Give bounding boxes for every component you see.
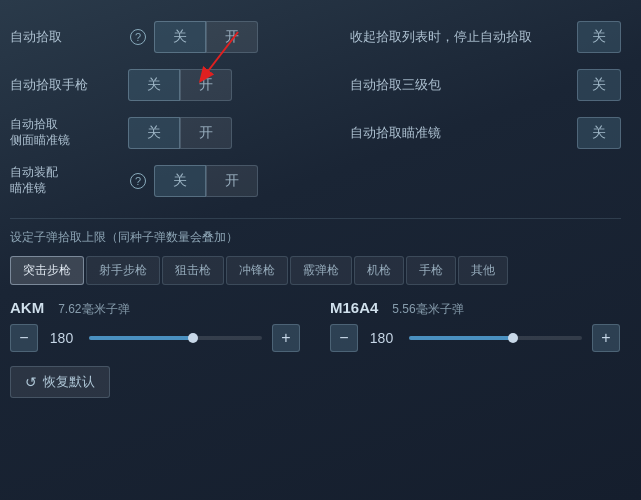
tab-assault[interactable]: 突击步枪 <box>10 256 84 285</box>
auto-pickup-off-btn[interactable]: 关 <box>154 21 206 53</box>
tab-shotgun[interactable]: 霰弹枪 <box>290 256 352 285</box>
ammo-item-akm: AKM 7.62毫米子弹 − 180 + <box>10 299 300 352</box>
akm-value: 180 <box>44 330 79 346</box>
akm-slider[interactable] <box>89 336 262 340</box>
auto-pickup-help-icon[interactable]: ? <box>130 29 146 45</box>
auto-equip-scope-on-btn[interactable]: 开 <box>206 165 258 197</box>
akm-name-row: AKM 7.62毫米子弹 <box>10 299 300 318</box>
auto-equip-scope-label: 自动装配瞄准镜 <box>10 165 120 196</box>
m16a4-control-row: − 180 + <box>330 324 620 352</box>
ammo-rows: AKM 7.62毫米子弹 − 180 + M16A4 5.56毫米子弹 − <box>10 299 621 352</box>
settings-top: 自动拾取 ? 关 开 自动拾取手枪 关 开 自动拾取侧面瞄准镜 关 <box>10 18 621 200</box>
akm-slider-fill <box>89 336 193 340</box>
stop-auto-pickup-toggle[interactable]: 关 <box>577 21 621 53</box>
stop-auto-pickup-row: 收起拾取列表时，停止自动拾取 关 <box>350 18 621 56</box>
auto-pickup-row: 自动拾取 ? 关 开 <box>10 18 330 56</box>
tab-smg[interactable]: 冲锋枪 <box>226 256 288 285</box>
weapon-tabs: 突击步枪 射手步枪 狙击枪 冲锋枪 霰弹枪 机枪 手枪 其他 <box>10 256 621 285</box>
m16a4-slider-fill <box>409 336 513 340</box>
auto-pickup-level3-toggle[interactable]: 关 <box>577 69 621 101</box>
auto-pickup-side-scope-label: 自动拾取侧面瞄准镜 <box>10 117 120 148</box>
tab-lmg[interactable]: 机枪 <box>354 256 404 285</box>
akm-slider-thumb <box>188 333 198 343</box>
auto-pickup-level3-row: 自动拾取三级包 关 <box>350 66 621 104</box>
auto-equip-scope-off-btn[interactable]: 关 <box>154 165 206 197</box>
auto-pickup-scope-right-row: 自动拾取瞄准镜 关 <box>350 114 621 152</box>
stop-auto-pickup-label: 收起拾取列表时，停止自动拾取 <box>350 28 567 46</box>
akm-name: AKM <box>10 299 44 316</box>
divider <box>10 218 621 219</box>
m16a4-increase-btn[interactable]: + <box>592 324 620 352</box>
tab-other[interactable]: 其他 <box>458 256 508 285</box>
auto-pickup-gun-off-btn[interactable]: 关 <box>128 69 180 101</box>
auto-pickup-gun-toggle: 关 开 <box>128 69 232 101</box>
auto-pickup-label: 自动拾取 <box>10 29 120 46</box>
main-container: 自动拾取 ? 关 开 自动拾取手枪 关 开 自动拾取侧面瞄准镜 关 <box>0 0 641 500</box>
tab-pistol[interactable]: 手枪 <box>406 256 456 285</box>
restore-defaults-btn[interactable]: ↺ 恢复默认 <box>10 366 110 398</box>
auto-pickup-scope-right-label: 自动拾取瞄准镜 <box>350 124 567 142</box>
m16a4-name-row: M16A4 5.56毫米子弹 <box>330 299 620 318</box>
m16a4-slider-thumb <box>508 333 518 343</box>
auto-pickup-gun-label: 自动拾取手枪 <box>10 77 120 94</box>
auto-equip-scope-row: 自动装配瞄准镜 ? 关 开 <box>10 162 330 200</box>
settings-left: 自动拾取 ? 关 开 自动拾取手枪 关 开 自动拾取侧面瞄准镜 关 <box>10 18 330 200</box>
m16a4-name: M16A4 <box>330 299 378 316</box>
m16a4-decrease-btn[interactable]: − <box>330 324 358 352</box>
auto-pickup-gun-on-btn[interactable]: 开 <box>180 69 232 101</box>
auto-pickup-toggle: 关 开 <box>154 21 258 53</box>
m16a4-slider[interactable] <box>409 336 582 340</box>
ammo-item-m16a4: M16A4 5.56毫米子弹 − 180 + <box>330 299 620 352</box>
ammo-section-label: 设定子弹拾取上限（同种子弹数量会叠加） <box>10 229 621 246</box>
m16a4-value: 180 <box>364 330 399 346</box>
auto-pickup-level3-label: 自动拾取三级包 <box>350 76 567 94</box>
tab-marksman[interactable]: 射手步枪 <box>86 256 160 285</box>
akm-bullet-type: 7.62毫米子弹 <box>58 301 129 318</box>
auto-pickup-on-btn[interactable]: 开 <box>206 21 258 53</box>
auto-pickup-side-scope-on-btn[interactable]: 开 <box>180 117 232 149</box>
akm-control-row: − 180 + <box>10 324 300 352</box>
akm-decrease-btn[interactable]: − <box>10 324 38 352</box>
auto-equip-scope-help-icon[interactable]: ? <box>130 173 146 189</box>
auto-pickup-side-scope-row: 自动拾取侧面瞄准镜 关 开 <box>10 114 330 152</box>
bottom-bar: ↺ 恢复默认 <box>10 366 621 398</box>
auto-pickup-scope-right-toggle[interactable]: 关 <box>577 117 621 149</box>
auto-pickup-side-scope-toggle: 关 开 <box>128 117 232 149</box>
tab-sniper[interactable]: 狙击枪 <box>162 256 224 285</box>
m16a4-bullet-type: 5.56毫米子弹 <box>392 301 463 318</box>
auto-equip-scope-toggle: 关 开 <box>154 165 258 197</box>
restore-label: 恢复默认 <box>43 373 95 391</box>
restore-icon: ↺ <box>25 374 37 390</box>
auto-pickup-side-scope-off-btn[interactable]: 关 <box>128 117 180 149</box>
akm-increase-btn[interactable]: + <box>272 324 300 352</box>
settings-right: 收起拾取列表时，停止自动拾取 关 自动拾取三级包 关 自动拾取瞄准镜 关 <box>330 18 621 200</box>
auto-pickup-gun-row: 自动拾取手枪 关 开 <box>10 66 330 104</box>
